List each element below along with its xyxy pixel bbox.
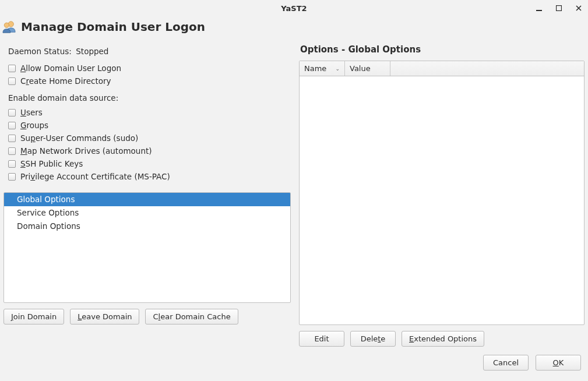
options-heading: Options - Global Options <box>299 44 585 61</box>
ssh-keys-input[interactable] <box>8 160 16 168</box>
window-title: YaST2 <box>281 4 307 13</box>
minimize-icon[interactable] <box>534 3 544 13</box>
allow-domain-logon-label: Allow Domain User Logon <box>20 63 121 73</box>
enable-data-source-label: Enable domain data source: <box>3 87 291 106</box>
sudo-label: Super-User Commands (sudo) <box>20 133 138 143</box>
sudo-input[interactable] <box>8 135 16 142</box>
sudo-checkbox[interactable]: Super-User Commands (sudo) <box>3 132 291 144</box>
users-label: Users <box>20 108 43 117</box>
page-header: Manage Domain User Logon <box>0 16 588 44</box>
list-item-service-options[interactable]: Service Options <box>4 206 290 220</box>
list-item-global-options[interactable]: Global Options <box>4 193 290 206</box>
join-domain-button[interactable]: Join Domain <box>3 309 64 324</box>
daemon-status-value: Stopped <box>76 47 108 56</box>
right-panel: Options - Global Options Name ⌄ Value Ed… <box>299 44 585 347</box>
window-controls <box>534 0 583 16</box>
groups-checkbox[interactable]: Groups <box>3 119 291 132</box>
column-header-spacer <box>390 61 584 76</box>
right-button-bar: Edit Delete Extended Options <box>299 331 585 347</box>
footer: Cancel OK <box>0 347 588 379</box>
pac-checkbox[interactable]: Privilege Account Certificate (MS-PAC) <box>3 170 291 183</box>
users-checkbox[interactable]: Users <box>3 106 291 119</box>
map-drives-input[interactable] <box>8 147 16 155</box>
sort-indicator-icon: ⌄ <box>335 66 340 72</box>
table-header: Name ⌄ Value <box>300 61 584 76</box>
titlebar: YaST2 <box>0 0 588 16</box>
allow-domain-logon-input[interactable] <box>8 65 16 72</box>
svg-point-5 <box>4 23 9 27</box>
page-title: Manage Domain User Logon <box>21 20 205 34</box>
svg-rect-0 <box>536 10 542 11</box>
create-home-directory-input[interactable] <box>8 77 16 85</box>
column-header-name-text: Name <box>304 64 326 73</box>
options-table: Name ⌄ Value <box>299 61 585 325</box>
users-input[interactable] <box>8 109 16 117</box>
list-item-domain-options[interactable]: Domain Options <box>4 220 290 233</box>
edit-button[interactable]: Edit <box>299 331 344 347</box>
ssh-keys-label: SSH Public Keys <box>20 159 83 168</box>
pac-label: Privilege Account Certificate (MS-PAC) <box>20 172 170 181</box>
column-header-value-text: Value <box>350 64 371 73</box>
cancel-button[interactable]: Cancel <box>483 355 529 371</box>
create-home-directory-label: Create Home Directory <box>20 76 111 86</box>
allow-domain-logon-checkbox[interactable]: Allow Domain User Logon <box>3 62 291 75</box>
groups-label: Groups <box>20 121 48 130</box>
column-header-name[interactable]: Name ⌄ <box>300 61 345 76</box>
daemon-status: Daemon Status: Stopped <box>3 44 291 62</box>
pac-input[interactable] <box>8 173 16 181</box>
table-body[interactable] <box>300 76 584 324</box>
groups-input[interactable] <box>8 122 16 129</box>
map-drives-label: Map Network Drives (automount) <box>20 146 152 156</box>
extended-options-button[interactable]: Extended Options <box>402 331 484 347</box>
ssh-keys-checkbox[interactable]: SSH Public Keys <box>3 157 291 170</box>
users-icon <box>2 20 16 34</box>
delete-button[interactable]: Delete <box>350 331 396 347</box>
left-button-bar: Join Domain Leave Domain Clear Domain Ca… <box>3 309 291 324</box>
close-icon[interactable] <box>574 3 583 13</box>
left-panel: Daemon Status: Stopped Allow Domain User… <box>3 44 291 347</box>
maximize-icon[interactable] <box>554 3 564 13</box>
clear-domain-cache-button[interactable]: Clear Domain Cache <box>145 309 238 324</box>
leave-domain-button[interactable]: Leave Domain <box>70 309 139 324</box>
svg-rect-1 <box>557 6 562 11</box>
daemon-status-label: Daemon Status: <box>8 47 73 56</box>
create-home-directory-checkbox[interactable]: Create Home Directory <box>3 75 291 87</box>
column-header-value[interactable]: Value <box>345 61 390 76</box>
map-drives-checkbox[interactable]: Map Network Drives (automount) <box>3 144 291 157</box>
options-category-list[interactable]: Global Options Service Options Domain Op… <box>3 192 291 303</box>
ok-button[interactable]: OK <box>536 355 581 371</box>
